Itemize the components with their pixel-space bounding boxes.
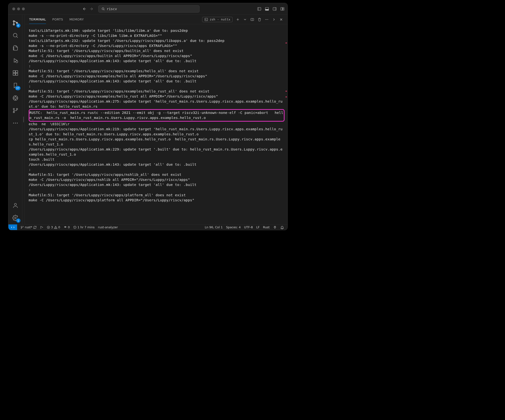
activity-gitlens[interactable] — [8, 92, 22, 104]
status-git-graph[interactable] — [40, 226, 43, 229]
svg-rect-4 — [265, 9, 269, 10]
terminal-line: make -s --no-print-directory -C libs/lib… — [29, 33, 285, 38]
svg-point-0 — [102, 8, 104, 10]
tab-ports[interactable]: PORTS — [52, 18, 63, 21]
activity-bar: 6 37 — [8, 15, 22, 224]
nav-arrows — [82, 7, 93, 11]
terminal-line: /Users/Luppy/riscv/apps/Application.mk:1… — [29, 79, 285, 84]
status-lang[interactable]: Rust — [263, 225, 270, 229]
svg-point-25 — [13, 108, 14, 110]
svg-point-32 — [14, 217, 16, 219]
maximize-panel-icon[interactable] — [272, 18, 276, 21]
status-cursor[interactable]: Ln 96, Col 1 — [205, 225, 223, 229]
editor-window: riscv 6 — [8, 3, 288, 230]
svg-rect-48 — [274, 227, 276, 228]
command-center[interactable]: riscv — [98, 5, 199, 13]
activity-extensions[interactable] — [8, 67, 22, 79]
search-icon — [101, 7, 105, 11]
nav-forward-icon[interactable] — [89, 7, 93, 11]
svg-rect-16 — [13, 71, 15, 73]
files-badge: 37 — [15, 86, 20, 90]
terminal-profile-chip[interactable]: zsh - nuttx — [202, 17, 233, 22]
activity-accounts[interactable] — [8, 199, 22, 212]
svg-point-42 — [40, 226, 41, 227]
terminal-icon — [204, 18, 208, 21]
svg-point-10 — [13, 21, 14, 22]
layout-sidebar-left-icon[interactable] — [257, 7, 261, 11]
status-encoding[interactable]: UTF-8 — [244, 225, 253, 229]
svg-point-40 — [23, 226, 23, 227]
minimize-dot-icon[interactable] — [17, 7, 20, 10]
time-value: 1 hr 7 mins — [78, 225, 95, 229]
svg-point-11 — [13, 24, 14, 25]
activity-more[interactable] — [8, 117, 22, 129]
terminal-body[interactable]: tools/LibTargets.mk:190: update target '… — [25, 24, 287, 224]
svg-rect-1 — [258, 7, 261, 10]
activity-git-graph[interactable] — [8, 104, 22, 117]
status-problems[interactable]: 3 0 — [47, 225, 60, 229]
close-panel-icon[interactable] — [279, 18, 283, 21]
activity-run[interactable] — [8, 54, 22, 67]
status-ports[interactable]: 0 — [64, 225, 70, 229]
layout-panel-icon[interactable] — [265, 7, 269, 11]
tab-terminal[interactable]: TERMINAL — [29, 18, 46, 24]
nav-back-icon[interactable] — [82, 7, 87, 11]
svg-rect-33 — [205, 18, 208, 21]
kill-terminal-icon[interactable] — [258, 18, 261, 21]
status-time[interactable]: 1 hr 7 mins — [73, 225, 95, 229]
zoom-dot-icon[interactable] — [22, 7, 25, 10]
ellipsis-icon — [12, 120, 19, 126]
branch-name: rust* — [25, 225, 32, 229]
svg-rect-7 — [281, 7, 282, 10]
git-branch-icon — [20, 226, 24, 229]
files-icon — [12, 45, 19, 51]
panel-actions: zsh - nuttx — [202, 17, 283, 22]
bell-icon[interactable] — [280, 225, 284, 229]
plug-icon[interactable] — [273, 225, 277, 229]
new-terminal-icon[interactable] — [236, 18, 240, 21]
svg-point-43 — [40, 228, 41, 228]
search-value: riscv — [107, 7, 117, 11]
more-actions-icon[interactable] — [265, 18, 269, 21]
svg-point-26 — [16, 108, 17, 110]
terminal-line: /Users/Luppy/riscv/apps/Application.mk:2… — [29, 147, 285, 157]
scroll-marker — [286, 97, 287, 97]
account-icon — [12, 202, 19, 209]
close-dot-icon[interactable] — [12, 7, 15, 10]
chevron-down-icon[interactable] — [243, 18, 247, 21]
sync-icon — [33, 226, 37, 229]
error-count: 3 — [51, 225, 53, 229]
svg-point-23 — [13, 98, 14, 98]
terminal-line: make -C /Users/Luppy/riscv/apps/examples… — [29, 94, 285, 99]
svg-rect-9 — [283, 9, 284, 10]
title-bar: riscv — [8, 3, 287, 15]
svg-point-31 — [14, 203, 16, 205]
main-area: 6 37 — [8, 15, 287, 224]
layout-sidebar-right-icon[interactable] — [272, 7, 277, 11]
split-terminal-icon[interactable] — [250, 18, 254, 21]
activity-settings[interactable]: 1 — [8, 212, 22, 224]
remote-indicator[interactable] — [8, 224, 17, 230]
layout-customize-icon[interactable] — [280, 7, 285, 11]
error-icon — [47, 226, 50, 229]
activity-scm[interactable]: 6 — [8, 17, 22, 29]
svg-point-13 — [13, 33, 17, 37]
svg-point-21 — [15, 96, 16, 97]
activity-explorer[interactable] — [8, 42, 22, 54]
status-indent[interactable]: Spaces: 4 — [226, 225, 241, 229]
remote-icon — [11, 225, 15, 229]
tab-memory[interactable]: MEMORY — [69, 18, 84, 21]
terminal-line: make -C /Users/Luppy/riscv/apps/platform… — [29, 198, 285, 203]
activity-bookmarks[interactable]: 37 — [8, 79, 22, 92]
status-analyzer[interactable]: rust-analyzer — [98, 225, 118, 229]
status-branch[interactable]: rust* — [20, 225, 37, 229]
terminal-line: cp hello_rust_main.rs.Users.Luppy.riscv.… — [29, 137, 285, 147]
terminal-line: Makefile:51: target '/Users/Luppy/riscv/… — [29, 89, 285, 94]
extensions-icon — [12, 70, 19, 76]
status-eol[interactable]: LF — [256, 225, 259, 229]
activity-search[interactable] — [8, 29, 22, 42]
terminal-line: /Users/Luppy/riscv/apps/Application.mk:1… — [29, 182, 285, 187]
scroll-marker — [286, 43, 287, 43]
svg-point-24 — [16, 98, 17, 98]
sidebar-resize-handle[interactable] — [22, 15, 25, 224]
